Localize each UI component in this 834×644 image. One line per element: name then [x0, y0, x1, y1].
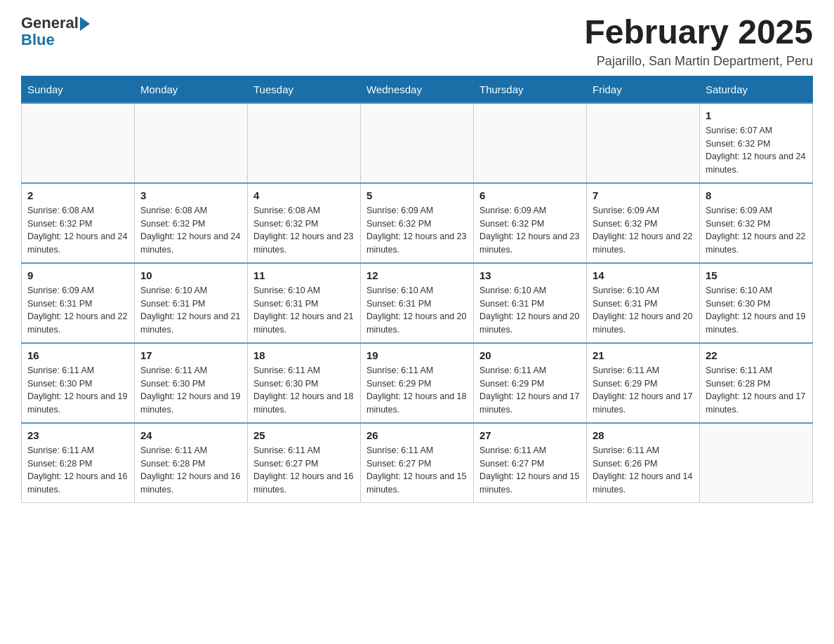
calendar-cell: 16Sunrise: 6:11 AMSunset: 6:30 PMDayligh… [22, 343, 135, 423]
day-info: Sunrise: 6:10 AMSunset: 6:31 PMDaylight:… [140, 284, 241, 337]
logo-blue-text: Blue [21, 31, 55, 49]
day-number: 9 [27, 269, 128, 281]
day-number: 23 [27, 429, 128, 441]
calendar-cell [135, 103, 248, 183]
calendar-cell: 17Sunrise: 6:11 AMSunset: 6:30 PMDayligh… [135, 343, 248, 423]
calendar-cell: 27Sunrise: 6:11 AMSunset: 6:27 PMDayligh… [474, 423, 587, 503]
day-number: 18 [253, 349, 355, 361]
calendar-header-sunday: Sunday [22, 76, 135, 103]
calendar-cell: 7Sunrise: 6:09 AMSunset: 6:32 PMDaylight… [587, 183, 700, 263]
calendar-cell: 28Sunrise: 6:11 AMSunset: 6:26 PMDayligh… [587, 423, 700, 503]
day-info: Sunrise: 6:11 AMSunset: 6:30 PMDaylight:… [27, 364, 128, 417]
day-info: Sunrise: 6:11 AMSunset: 6:29 PMDaylight:… [479, 364, 581, 417]
day-info: Sunrise: 6:09 AMSunset: 6:31 PMDaylight:… [27, 284, 128, 337]
calendar-week-row-1: 1Sunrise: 6:07 AMSunset: 6:32 PMDaylight… [22, 103, 813, 183]
calendar-cell: 8Sunrise: 6:09 AMSunset: 6:32 PMDaylight… [700, 183, 813, 263]
day-info: Sunrise: 6:08 AMSunset: 6:32 PMDaylight:… [140, 204, 241, 257]
day-number: 19 [366, 349, 468, 361]
day-info: Sunrise: 6:11 AMSunset: 6:28 PMDaylight:… [706, 364, 807, 417]
day-number: 8 [706, 189, 807, 201]
calendar-header-thursday: Thursday [474, 76, 587, 103]
calendar-cell: 23Sunrise: 6:11 AMSunset: 6:28 PMDayligh… [22, 423, 135, 503]
day-info: Sunrise: 6:08 AMSunset: 6:32 PMDaylight:… [253, 204, 355, 257]
title-block: February 2025 Pajarillo, San Martin Depa… [584, 14, 813, 69]
day-number: 20 [479, 349, 581, 361]
day-number: 15 [706, 269, 807, 281]
calendar-week-row-3: 9Sunrise: 6:09 AMSunset: 6:31 PMDaylight… [22, 263, 813, 343]
day-number: 28 [593, 429, 694, 441]
day-number: 24 [140, 429, 241, 441]
day-number: 27 [479, 429, 581, 441]
logo: General Blue [21, 14, 90, 49]
calendar-cell: 19Sunrise: 6:11 AMSunset: 6:29 PMDayligh… [361, 343, 474, 423]
day-number: 1 [706, 109, 807, 121]
calendar-cell: 9Sunrise: 6:09 AMSunset: 6:31 PMDaylight… [22, 263, 135, 343]
day-number: 22 [706, 349, 807, 361]
calendar-cell: 25Sunrise: 6:11 AMSunset: 6:27 PMDayligh… [248, 423, 361, 503]
calendar-cell: 24Sunrise: 6:11 AMSunset: 6:28 PMDayligh… [135, 423, 248, 503]
calendar-header-monday: Monday [135, 76, 248, 103]
calendar-header-saturday: Saturday [700, 76, 813, 103]
calendar-cell: 4Sunrise: 6:08 AMSunset: 6:32 PMDaylight… [248, 183, 361, 263]
logo-triangle-icon [80, 17, 90, 31]
calendar-week-row-2: 2Sunrise: 6:08 AMSunset: 6:32 PMDaylight… [22, 183, 813, 263]
calendar-cell: 10Sunrise: 6:10 AMSunset: 6:31 PMDayligh… [135, 263, 248, 343]
day-number: 12 [366, 269, 468, 281]
day-number: 3 [140, 189, 241, 201]
day-info: Sunrise: 6:09 AMSunset: 6:32 PMDaylight:… [366, 204, 468, 257]
calendar-cell: 6Sunrise: 6:09 AMSunset: 6:32 PMDaylight… [474, 183, 587, 263]
day-info: Sunrise: 6:10 AMSunset: 6:31 PMDaylight:… [253, 284, 355, 337]
logo-general-text: General [21, 14, 79, 32]
calendar-cell [361, 103, 474, 183]
day-number: 6 [479, 189, 581, 201]
day-number: 25 [253, 429, 355, 441]
calendar-cell: 11Sunrise: 6:10 AMSunset: 6:31 PMDayligh… [248, 263, 361, 343]
day-number: 10 [140, 269, 241, 281]
day-number: 11 [253, 269, 355, 281]
page-header: General Blue February 2025 Pajarillo, Sa… [21, 14, 813, 69]
calendar-cell: 14Sunrise: 6:10 AMSunset: 6:31 PMDayligh… [587, 263, 700, 343]
day-info: Sunrise: 6:11 AMSunset: 6:30 PMDaylight:… [253, 364, 355, 417]
day-info: Sunrise: 6:11 AMSunset: 6:26 PMDaylight:… [593, 444, 694, 497]
calendar-cell: 12Sunrise: 6:10 AMSunset: 6:31 PMDayligh… [361, 263, 474, 343]
day-number: 16 [27, 349, 128, 361]
day-number: 14 [593, 269, 694, 281]
day-number: 17 [140, 349, 241, 361]
calendar-cell: 26Sunrise: 6:11 AMSunset: 6:27 PMDayligh… [361, 423, 474, 503]
calendar-cell [587, 103, 700, 183]
day-info: Sunrise: 6:09 AMSunset: 6:32 PMDaylight:… [593, 204, 694, 257]
day-info: Sunrise: 6:11 AMSunset: 6:27 PMDaylight:… [479, 444, 581, 497]
calendar-cell: 21Sunrise: 6:11 AMSunset: 6:29 PMDayligh… [587, 343, 700, 423]
calendar-cell: 2Sunrise: 6:08 AMSunset: 6:32 PMDaylight… [22, 183, 135, 263]
calendar-week-row-5: 23Sunrise: 6:11 AMSunset: 6:28 PMDayligh… [22, 423, 813, 503]
calendar-cell [248, 103, 361, 183]
calendar-header-wednesday: Wednesday [361, 76, 474, 103]
day-info: Sunrise: 6:09 AMSunset: 6:32 PMDaylight:… [479, 204, 581, 257]
day-info: Sunrise: 6:07 AMSunset: 6:32 PMDaylight:… [706, 124, 807, 177]
month-title: February 2025 [584, 14, 813, 51]
location-title: Pajarillo, San Martin Department, Peru [584, 54, 813, 69]
calendar-cell: 3Sunrise: 6:08 AMSunset: 6:32 PMDaylight… [135, 183, 248, 263]
calendar-cell: 13Sunrise: 6:10 AMSunset: 6:31 PMDayligh… [474, 263, 587, 343]
day-info: Sunrise: 6:11 AMSunset: 6:27 PMDaylight:… [253, 444, 355, 497]
day-info: Sunrise: 6:11 AMSunset: 6:27 PMDaylight:… [366, 444, 468, 497]
calendar-header-friday: Friday [587, 76, 700, 103]
calendar-cell: 1Sunrise: 6:07 AMSunset: 6:32 PMDaylight… [700, 103, 813, 183]
day-info: Sunrise: 6:10 AMSunset: 6:30 PMDaylight:… [706, 284, 807, 337]
day-number: 2 [27, 189, 128, 201]
day-number: 7 [593, 189, 694, 201]
day-number: 5 [366, 189, 468, 201]
calendar-cell [474, 103, 587, 183]
calendar-cell: 22Sunrise: 6:11 AMSunset: 6:28 PMDayligh… [700, 343, 813, 423]
day-info: Sunrise: 6:10 AMSunset: 6:31 PMDaylight:… [593, 284, 694, 337]
calendar-cell: 18Sunrise: 6:11 AMSunset: 6:30 PMDayligh… [248, 343, 361, 423]
day-info: Sunrise: 6:11 AMSunset: 6:28 PMDaylight:… [27, 444, 128, 497]
day-number: 21 [593, 349, 694, 361]
calendar-cell: 15Sunrise: 6:10 AMSunset: 6:30 PMDayligh… [700, 263, 813, 343]
calendar-header-tuesday: Tuesday [248, 76, 361, 103]
day-info: Sunrise: 6:09 AMSunset: 6:32 PMDaylight:… [706, 204, 807, 257]
day-info: Sunrise: 6:11 AMSunset: 6:29 PMDaylight:… [593, 364, 694, 417]
calendar-header-row: SundayMondayTuesdayWednesdayThursdayFrid… [22, 76, 813, 103]
day-info: Sunrise: 6:08 AMSunset: 6:32 PMDaylight:… [27, 204, 128, 257]
calendar-cell [700, 423, 813, 503]
